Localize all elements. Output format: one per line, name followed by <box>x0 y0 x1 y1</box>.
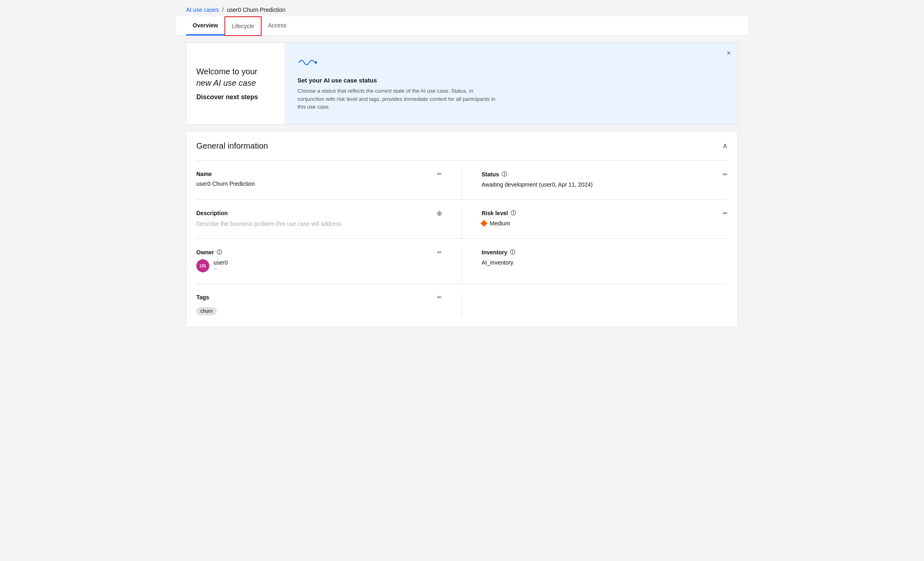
welcome-card: Welcome to your new AI use case Discover… <box>186 42 738 125</box>
risk-edit-icon[interactable]: ✏ <box>723 210 728 216</box>
inventory-info-icon[interactable]: ⓘ <box>510 249 515 256</box>
welcome-right: Set your AI use case status Choose a sta… <box>284 43 737 124</box>
status-info-icon[interactable]: ⓘ <box>502 171 507 178</box>
close-welcome-button[interactable]: × <box>725 48 733 58</box>
description-label: Description <box>196 210 228 216</box>
welcome-left: Welcome to your new AI use case Discover… <box>187 43 284 124</box>
owner-label: Owner ⓘ <box>196 249 222 256</box>
fields-row-1: Name ✏ user0 Churn Prediction Status ⓘ ✏… <box>196 160 728 199</box>
field-description-header: Description ⊕ <box>196 209 442 217</box>
owner-name: user0 <box>213 259 228 266</box>
risk-value: Medium <box>490 220 510 227</box>
field-tags-header: Tags ✏ <box>196 294 442 301</box>
owner-info-icon[interactable]: ⓘ <box>217 249 222 256</box>
field-name-header: Name ✏ <box>196 171 442 177</box>
fields-row-3: Owner ⓘ ✏ US user0 -- Inventory <box>196 238 728 284</box>
tags-label: Tags <box>196 294 209 301</box>
field-risk: Risk level ⓘ ✏ Medium <box>462 209 728 238</box>
description-add-icon[interactable]: ⊕ <box>437 209 442 217</box>
risk-value-row: Medium <box>482 220 728 227</box>
status-value: Awaiting development (user0, Apr 11, 202… <box>482 181 728 188</box>
tab-list: Overview Lifecycle Access <box>186 16 738 36</box>
welcome-subtitle: Discover next steps <box>196 94 275 101</box>
field-inventory-header: Inventory ⓘ <box>482 249 728 256</box>
field-tags: Tags ✏ churn <box>196 294 462 317</box>
welcome-title: Welcome to your new AI use case <box>196 66 275 89</box>
section-header: General information ∧ <box>196 141 728 151</box>
name-value: user0 Churn Prediction <box>196 180 442 187</box>
field-description: Description ⊕ Describe the business prob… <box>196 209 462 238</box>
welcome-right-title: Set your AI use case status <box>298 77 724 84</box>
field-inventory: Inventory ⓘ AI_inventory <box>462 249 728 284</box>
breadcrumb-separator: / <box>222 7 224 13</box>
field-owner-header: Owner ⓘ ✏ <box>196 249 442 256</box>
welcome-right-desc: Choose a status that reflects the curren… <box>298 87 502 111</box>
section-title: General information <box>196 141 268 151</box>
status-edit-icon[interactable]: ✏ <box>723 171 728 178</box>
field-name: Name ✏ user0 Churn Prediction <box>196 171 462 199</box>
avatar: US <box>196 259 209 272</box>
risk-info-icon[interactable]: ⓘ <box>511 209 516 217</box>
tag-churn: churn <box>196 307 217 315</box>
tab-overview[interactable]: Overview <box>186 16 224 36</box>
risk-diamond-icon <box>481 220 488 227</box>
name-edit-icon[interactable]: ✏ <box>437 171 442 177</box>
owner-row: US user0 -- <box>196 259 442 272</box>
tags-edit-icon[interactable]: ✏ <box>437 294 442 301</box>
risk-label: Risk level ⓘ <box>482 209 516 217</box>
lifecycle-icon <box>298 56 724 70</box>
inventory-label: Inventory ⓘ <box>482 249 515 256</box>
status-label: Status ⓘ <box>482 171 507 178</box>
fields-row-2: Description ⊕ Describe the business prob… <box>196 199 728 238</box>
description-placeholder: Describe the business problem this use c… <box>196 220 442 227</box>
tags-list: churn <box>196 304 442 315</box>
general-info-section: General information ∧ Name ✏ user0 Churn… <box>186 131 738 327</box>
tab-lifecycle[interactable]: Lifecycle <box>224 16 261 36</box>
tab-access[interactable]: Access <box>262 16 293 36</box>
field-status-header: Status ⓘ ✏ <box>482 171 728 178</box>
owner-info: user0 -- <box>213 259 228 272</box>
fields-row-4: Tags ✏ churn <box>196 284 728 317</box>
collapse-icon[interactable]: ∧ <box>722 141 728 150</box>
field-risk-header: Risk level ⓘ ✏ <box>482 209 728 217</box>
field-empty <box>462 294 728 317</box>
field-owner: Owner ⓘ ✏ US user0 -- <box>196 249 462 284</box>
name-label: Name <box>196 171 212 177</box>
breadcrumb: AI use cases / user0 Churn Prediction <box>176 0 748 13</box>
owner-edit-icon[interactable]: ✏ <box>437 249 442 256</box>
field-status: Status ⓘ ✏ Awaiting development (user0, … <box>462 171 728 199</box>
breadcrumb-current: user0 Churn Prediction <box>227 7 285 13</box>
breadcrumb-link[interactable]: AI use cases <box>186 7 219 13</box>
inventory-value: AI_inventory <box>482 259 728 266</box>
owner-sub: -- <box>213 266 228 272</box>
tabs-container: Overview Lifecycle Access <box>176 16 748 36</box>
